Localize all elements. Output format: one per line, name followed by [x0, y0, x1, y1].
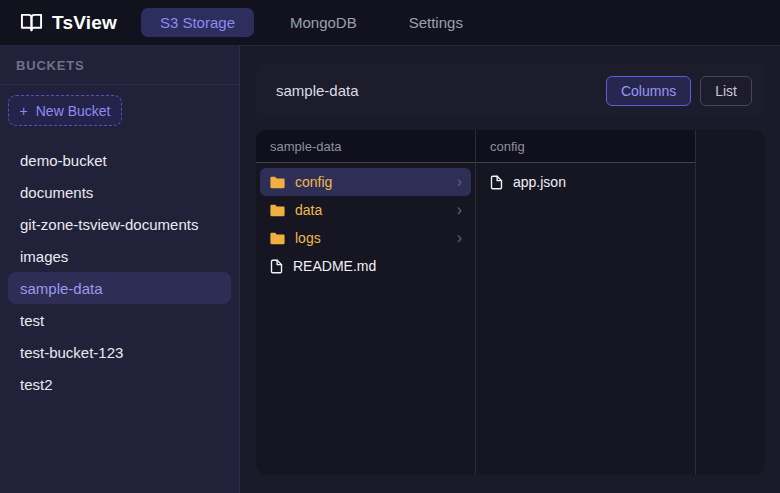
new-bucket-label: New Bucket [36, 103, 111, 119]
buckets-heading: BUCKETS [16, 58, 84, 73]
bucket-list: demo-bucket documents git-zone-tsview-do… [0, 144, 239, 400]
app-logo: TsView [20, 11, 117, 34]
tab-mongodb[interactable]: MongoDB [274, 8, 373, 37]
row-file-app-json[interactable]: app.json [480, 168, 691, 196]
bucket-title: sample-data [276, 82, 606, 99]
columns-view-button[interactable]: Columns [606, 76, 691, 106]
list-view-button[interactable]: List [700, 76, 752, 106]
bucket-item-test-bucket-123[interactable]: test-bucket-123 [8, 336, 231, 368]
bucket-item-demo-bucket[interactable]: demo-bucket [8, 144, 231, 176]
bucket-item-test[interactable]: test [8, 304, 231, 336]
file-browser: sample-data config › [256, 130, 765, 475]
column-header: sample-data [256, 130, 475, 163]
new-bucket-button[interactable]: + New Bucket [8, 95, 122, 126]
tab-s3-storage[interactable]: S3 Storage [141, 8, 254, 37]
sidebar-header: BUCKETS [0, 46, 239, 85]
buckets-sidebar: BUCKETS + New Bucket demo-bucket documen… [0, 46, 240, 493]
app-title: TsView [52, 12, 117, 34]
browser-column-sample-data: sample-data config › [256, 130, 476, 475]
nav-tabs: S3 Storage MongoDB Settings [141, 8, 479, 37]
row-folder-data[interactable]: data › [260, 196, 471, 224]
file-icon [269, 259, 284, 274]
row-folder-config[interactable]: config › [260, 168, 471, 196]
item-name: data [295, 202, 322, 218]
folder-icon [269, 202, 286, 219]
row-file-readme[interactable]: README.md [260, 252, 471, 280]
bucket-item-test2[interactable]: test2 [8, 368, 231, 400]
folder-icon [269, 230, 286, 247]
file-icon [489, 175, 504, 190]
plus-icon: + [20, 103, 28, 119]
tab-settings[interactable]: Settings [393, 8, 479, 37]
bucket-item-sample-data[interactable]: sample-data [8, 272, 231, 304]
column-body: app.json [476, 163, 695, 201]
row-folder-logs[interactable]: logs › [260, 224, 471, 252]
chevron-right-icon: › [457, 174, 462, 190]
bucket-item-git-zone-tsview-documents[interactable]: git-zone-tsview-documents [8, 208, 231, 240]
bucket-toolbar: sample-data Columns List [256, 64, 765, 117]
browser-column-config: config app.json [476, 130, 696, 475]
folder-icon [269, 174, 286, 191]
bucket-item-documents[interactable]: documents [8, 176, 231, 208]
item-name: README.md [293, 258, 376, 274]
chevron-right-icon: › [457, 202, 462, 218]
chevron-right-icon: › [457, 230, 462, 246]
bucket-item-images[interactable]: images [8, 240, 231, 272]
top-nav: TsView S3 Storage MongoDB Settings [0, 0, 780, 46]
item-name: app.json [513, 174, 566, 190]
main-panel: sample-data Columns List sample-data [240, 46, 780, 493]
open-book-icon [20, 11, 43, 34]
column-header: config [476, 130, 695, 163]
view-toggle: Columns List [606, 76, 752, 106]
item-name: config [295, 174, 332, 190]
column-body: config › data › [256, 163, 475, 285]
item-name: logs [295, 230, 321, 246]
